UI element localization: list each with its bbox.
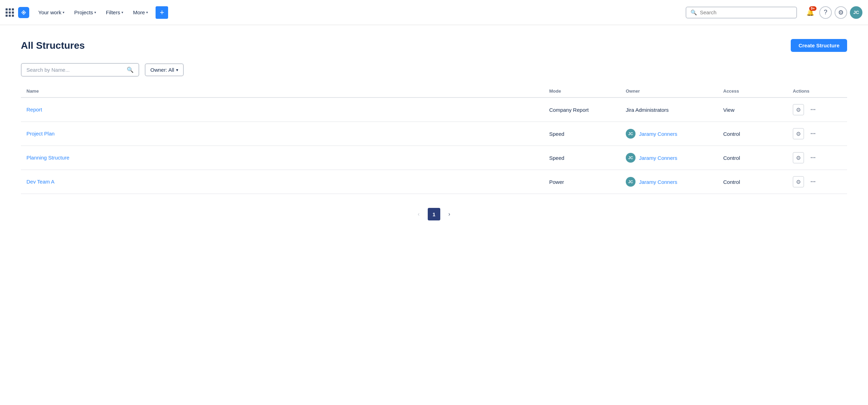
row-access-planning-structure: Control <box>723 155 793 161</box>
main-content: All Structures Create Structure 🔍 Owner:… <box>0 25 868 234</box>
chevron-left-icon: ‹ <box>418 211 419 217</box>
table-row: Project Plan Speed JC Jaramy Conners Con… <box>21 122 847 146</box>
owner-avatar-jc: JC <box>626 153 636 163</box>
page-1-button[interactable]: 1 <box>428 208 440 220</box>
row-name-project-plan: Project Plan <box>26 131 549 137</box>
row-mode-dev-team-a: Power <box>549 179 626 185</box>
table-header: Name Mode Owner Access Actions <box>21 85 847 98</box>
more-action-planning-structure[interactable]: ··· <box>807 152 819 163</box>
owner-avatar-jc: JC <box>626 129 636 139</box>
col-owner: Owner <box>626 88 723 94</box>
notifications-button[interactable]: 🔔 9+ <box>804 6 816 19</box>
gear-icon: ⚙ <box>838 9 844 16</box>
nav-filters[interactable]: Filters ▾ <box>102 7 127 18</box>
row-owner-dev-team-a: JC Jaramy Conners <box>626 177 723 187</box>
global-search-input[interactable] <box>700 9 792 15</box>
owner-filter[interactable]: Owner: All ▾ <box>145 63 184 76</box>
notification-badge: 9+ <box>809 6 816 11</box>
help-button[interactable]: ? <box>819 6 832 19</box>
row-mode-report: Company Report <box>549 107 626 113</box>
col-name: Name <box>26 88 549 94</box>
create-structure-button[interactable]: Create Structure <box>791 39 847 52</box>
settings-action-dev-team-a[interactable]: ⚙ <box>793 176 804 187</box>
nav-your-work[interactable]: Your work ▾ <box>35 7 68 18</box>
chevron-down-icon: ▾ <box>146 10 148 14</box>
nav-actions: 🔔 9+ ? ⚙ JC <box>804 6 862 19</box>
row-actions-project-plan: ⚙ ··· <box>793 128 842 139</box>
create-button[interactable]: + <box>156 6 168 19</box>
prev-page-button[interactable]: ‹ <box>412 208 425 220</box>
navbar: Your work ▾ Projects ▾ Filters ▾ More ▾ … <box>0 0 868 25</box>
more-action-report[interactable]: ··· <box>807 104 819 115</box>
settings-button[interactable]: ⚙ <box>835 6 847 19</box>
settings-action-project-plan[interactable]: ⚙ <box>793 128 804 139</box>
row-owner-planning-structure: JC Jaramy Conners <box>626 153 723 163</box>
name-search-input[interactable] <box>26 67 123 73</box>
col-actions: Actions <box>793 88 842 94</box>
row-actions-dev-team-a: ⚙ ··· <box>793 176 842 187</box>
chevron-down-icon: ▾ <box>94 10 96 14</box>
table-row: Report Company Report Jira Administrator… <box>21 98 847 122</box>
row-name-planning-structure: Planning Structure <box>26 155 549 161</box>
row-mode-planning-structure: Speed <box>549 155 626 161</box>
row-name-dev-team-a: Dev Team A <box>26 179 549 185</box>
owner-link-planning-structure[interactable]: Jaramy Conners <box>639 155 677 161</box>
page-title: All Structures <box>21 40 85 51</box>
grid-menu-icon[interactable] <box>6 8 14 17</box>
question-icon: ? <box>824 9 827 16</box>
filters-row: 🔍 Owner: All ▾ <box>21 63 847 77</box>
row-access-dev-team-a: Control <box>723 179 793 185</box>
user-avatar[interactable]: JC <box>850 6 862 19</box>
global-search-box[interactable]: 🔍 <box>686 7 797 18</box>
nav-more[interactable]: More ▾ <box>129 7 151 18</box>
search-icon: 🔍 <box>691 9 697 16</box>
structures-table: Name Mode Owner Access Actions Report Co… <box>21 85 847 194</box>
next-page-button[interactable]: › <box>443 208 456 220</box>
row-owner-report: Jira Administrators <box>626 107 723 113</box>
chevron-right-icon: › <box>448 211 450 217</box>
structure-link-dev-team-a[interactable]: Dev Team A <box>26 179 55 185</box>
jira-logo[interactable] <box>18 7 29 18</box>
row-actions-report: ⚙ ··· <box>793 104 842 115</box>
more-action-dev-team-a[interactable]: ··· <box>807 176 819 187</box>
row-owner-project-plan: JC Jaramy Conners <box>626 129 723 139</box>
col-access: Access <box>723 88 793 94</box>
owner-link-dev-team-a[interactable]: Jaramy Conners <box>639 179 677 185</box>
structure-link-project-plan[interactable]: Project Plan <box>26 131 55 137</box>
chevron-down-icon: ▾ <box>121 10 123 14</box>
chevron-down-icon: ▾ <box>63 10 64 14</box>
page-header: All Structures Create Structure <box>21 39 847 52</box>
table-row: Planning Structure Speed JC Jaramy Conne… <box>21 146 847 170</box>
structure-link-planning-structure[interactable]: Planning Structure <box>26 155 69 161</box>
row-access-report: View <box>723 107 793 113</box>
owner-link-project-plan[interactable]: Jaramy Conners <box>639 131 677 137</box>
row-mode-project-plan: Speed <box>549 131 626 137</box>
nav-projects[interactable]: Projects ▾ <box>71 7 100 18</box>
pagination: ‹ 1 › <box>21 208 847 220</box>
row-access-project-plan: Control <box>723 131 793 137</box>
settings-action-report[interactable]: ⚙ <box>793 104 804 115</box>
col-mode: Mode <box>549 88 626 94</box>
table-row: Dev Team A Power JC Jaramy Conners Contr… <box>21 170 847 194</box>
chevron-down-icon: ▾ <box>176 68 178 72</box>
structure-link-report[interactable]: Report <box>26 107 42 112</box>
search-icon: 🔍 <box>127 67 134 73</box>
row-name-report: Report <box>26 107 549 113</box>
owner-avatar-jc: JC <box>626 177 636 187</box>
row-actions-planning-structure: ⚙ ··· <box>793 152 842 163</box>
more-action-project-plan[interactable]: ··· <box>807 128 819 139</box>
name-search-box[interactable]: 🔍 <box>21 63 139 77</box>
settings-action-planning-structure[interactable]: ⚙ <box>793 152 804 163</box>
